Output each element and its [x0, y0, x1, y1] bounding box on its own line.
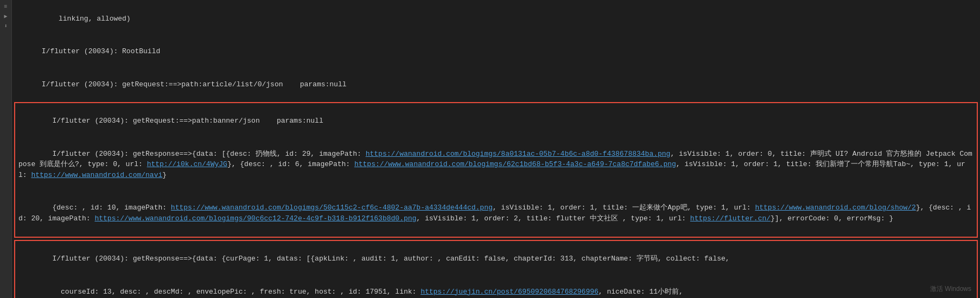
log-line-top2: I/flutter (20034): RootBuild [12, 35, 980, 68]
link-article-juejin[interactable]: https://juejin.cn/post/69509206847682969… [421, 288, 599, 296]
block1-highlighted: I/flutter (20034): getRequest:==>path:ba… [14, 102, 978, 238]
block2-line2: courseId: 13, desc: , descMd: , envelope… [18, 275, 973, 298]
block2-line1: I/flutter (20034): getResponse==>{data: … [18, 243, 973, 276]
log-line-top3: I/flutter (20034): getRequest:==>path:ar… [12, 68, 980, 101]
link-banner-img2[interactable]: https://www.wanandroid.com/blogimgs/62c1… [354, 160, 676, 168]
watermark: 激活 Windows [930, 284, 971, 294]
link-banner-url4[interactable]: https://flutter.cn/ [690, 214, 771, 223]
sidebar-icon-2[interactable]: ▶ [2, 12, 10, 21]
sidebar-icon-3[interactable]: ⬇ [2, 22, 10, 30]
link-banner-url2[interactable]: https://www.wanandroid.com/navi [31, 171, 162, 179]
log-line-top1: linking, allowed) [12, 2, 980, 35]
block2-highlighted: I/flutter (20034): getResponse==>{data: … [14, 240, 978, 299]
link-banner-img3[interactable]: https://www.wanandroid.com/blogimgs/50c1… [171, 204, 493, 212]
link-banner-img1[interactable]: https://wanandroid.com/blogimgs/8a0131ac… [366, 150, 671, 158]
log-container: ≡ ▶ ⬇ linking, allowed) I/flutter (20034… [0, 0, 980, 298]
block1-line3: {desc: , id: 10, imagePath: https://www.… [18, 192, 973, 235]
sidebar-icon-1[interactable]: ≡ [2, 2, 10, 11]
sidebar: ≡ ▶ ⬇ [0, 0, 12, 298]
link-banner-url3[interactable]: https://www.wanandroid.com/blog/show/2 [755, 204, 915, 212]
link-banner-img4[interactable]: https://www.wanandroid.com/blogimgs/90c6… [94, 214, 416, 223]
block1-line1: I/flutter (20034): getRequest:==>path:ba… [18, 105, 973, 138]
block1-line2: I/flutter (20034): getResponse==>{data: … [18, 137, 973, 192]
link-banner-url1[interactable]: http://i0k.cn/4WyJG [147, 160, 227, 168]
main-content: linking, allowed) I/flutter (20034): Roo… [12, 0, 980, 298]
